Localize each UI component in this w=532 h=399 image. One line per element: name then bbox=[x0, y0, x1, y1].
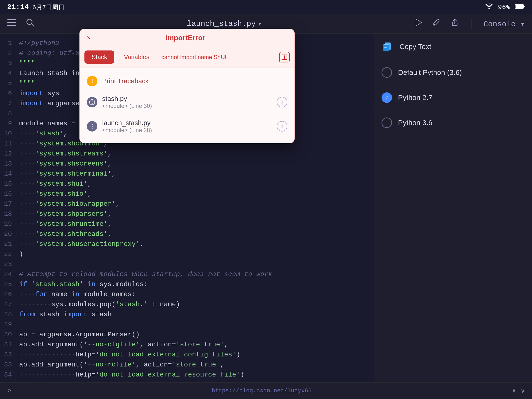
print-traceback-label: Print Traceback bbox=[102, 77, 149, 85]
python-27-item[interactable]: ✓ Python 2.7 bbox=[374, 85, 532, 110]
dialog-tabs: Stack Variables cannot import name ShUI bbox=[80, 47, 294, 67]
svg-point-24 bbox=[92, 128, 93, 129]
svg-point-21 bbox=[92, 103, 93, 104]
stack-frame-2-info-button[interactable]: i bbox=[277, 121, 287, 132]
scroll-down-icon[interactable]: ∨ bbox=[521, 387, 525, 395]
svg-rect-2 bbox=[515, 5, 523, 8]
stack-frame-2-info: launch_stash.py <module> (Line 28) bbox=[102, 119, 272, 133]
tab-stack[interactable]: Stack bbox=[84, 51, 114, 64]
svg-point-0 bbox=[488, 8, 490, 9]
dialog-close-button[interactable]: × bbox=[87, 34, 91, 42]
bottom-nav: ∧ ∨ bbox=[512, 387, 525, 395]
svg-rect-3 bbox=[524, 6, 525, 7]
wifi-icon bbox=[485, 3, 493, 12]
dialog-overlay: × ImportError Stack Variables cannot imp… bbox=[0, 0, 374, 399]
stack-frame-1-location: <module> (Line 30) bbox=[102, 103, 272, 109]
svg-rect-14 bbox=[384, 46, 389, 46]
svg-point-23 bbox=[92, 126, 93, 127]
default-python-item[interactable]: Default Python (3.6) bbox=[374, 60, 532, 85]
python-36-label: Python 3.6 bbox=[398, 119, 432, 127]
console-label[interactable]: Console ▾ bbox=[483, 19, 525, 29]
play-button[interactable] bbox=[414, 18, 423, 29]
stack-frame-1-info: stash.py <module> (Line 30) bbox=[102, 95, 272, 109]
copy-text-item[interactable]: Copy Text bbox=[374, 33, 532, 60]
stack-frame-1-info-button[interactable]: i bbox=[277, 97, 287, 108]
svg-point-22 bbox=[92, 124, 93, 125]
dialog-body: ! Print Traceback stash.py <module> (Lin… bbox=[80, 67, 294, 143]
stack-frame-1[interactable]: stash.py <module> (Line 30) i bbox=[80, 90, 294, 114]
tab-variables[interactable]: Variables bbox=[117, 51, 156, 64]
python-36-radio[interactable] bbox=[381, 117, 392, 128]
stack-frame-2-filename: launch_stash.py bbox=[102, 119, 272, 127]
default-python-label: Default Python (3.6) bbox=[398, 68, 462, 76]
svg-marker-9 bbox=[416, 19, 422, 26]
stack-frame-2[interactable]: launch_stash.py <module> (Line 28) i bbox=[80, 114, 294, 138]
stack-frame-2-icon bbox=[87, 121, 97, 132]
right-panel: Copy Text Default Python (3.6) ✓ Python … bbox=[374, 33, 532, 399]
svg-rect-15 bbox=[384, 47, 387, 48]
stack-frame-1-filename: stash.py bbox=[102, 95, 272, 103]
print-traceback-row[interactable]: ! Print Traceback bbox=[80, 72, 294, 90]
scroll-up-icon[interactable]: ∧ bbox=[512, 387, 516, 395]
python-27-label: Python 2.7 bbox=[398, 94, 432, 102]
copy-icon bbox=[381, 41, 393, 53]
battery-icon bbox=[515, 4, 525, 11]
dialog-title: ImportError bbox=[165, 34, 205, 42]
stack-frame-1-icon bbox=[87, 97, 97, 108]
warning-icon: ! bbox=[87, 76, 97, 86]
svg-rect-13 bbox=[384, 44, 389, 45]
python-27-radio[interactable]: ✓ bbox=[381, 92, 392, 103]
battery-display: 96% bbox=[498, 4, 510, 11]
import-error-dialog: × ImportError Stack Variables cannot imp… bbox=[79, 29, 295, 143]
dialog-error-text: cannot import name ShUI bbox=[159, 54, 277, 61]
share-icon[interactable] bbox=[450, 18, 459, 29]
wrench-icon[interactable] bbox=[432, 18, 441, 29]
stack-frame-2-location: <module> (Line 28) bbox=[102, 127, 272, 133]
dialog-header: × ImportError bbox=[80, 29, 294, 47]
svg-point-10 bbox=[434, 24, 435, 25]
dialog-expand-button[interactable] bbox=[279, 52, 290, 63]
copy-text-label: Copy Text bbox=[399, 43, 431, 51]
python-36-item[interactable]: Python 3.6 bbox=[374, 110, 532, 135]
default-python-radio[interactable] bbox=[381, 67, 392, 78]
